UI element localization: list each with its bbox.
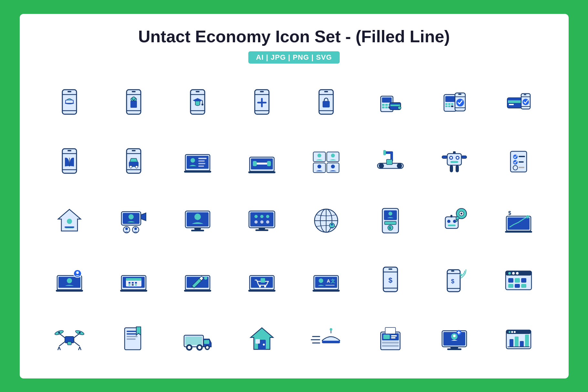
icon-dollar-growth: $ <box>488 195 549 247</box>
svg-rect-122 <box>519 167 524 168</box>
svg-rect-30 <box>324 91 328 92</box>
svg-rect-10 <box>130 101 137 108</box>
svg-rect-17 <box>196 91 200 92</box>
svg-point-288 <box>509 331 511 333</box>
svg-point-166 <box>456 216 459 220</box>
svg-rect-274 <box>382 342 399 344</box>
svg-line-234 <box>59 342 65 346</box>
svg-point-173 <box>526 215 529 218</box>
icon-monitor-group <box>232 195 293 247</box>
svg-rect-45 <box>445 103 448 105</box>
svg-line-244 <box>80 347 81 350</box>
svg-point-200 <box>264 286 266 287</box>
svg-point-169 <box>460 213 462 215</box>
svg-rect-190 <box>132 284 134 286</box>
svg-rect-261 <box>255 339 260 344</box>
svg-rect-89 <box>267 161 271 166</box>
icon-laptop-calendar <box>103 254 164 306</box>
svg-rect-251 <box>185 337 202 345</box>
svg-rect-139 <box>250 212 273 226</box>
svg-rect-177 <box>56 290 83 292</box>
svg-point-108 <box>450 157 452 159</box>
icon-robot <box>424 136 485 188</box>
svg-rect-191 <box>135 284 137 286</box>
svg-rect-171 <box>508 217 530 230</box>
svg-point-99 <box>379 163 384 168</box>
svg-rect-87 <box>255 163 268 165</box>
svg-rect-229 <box>515 284 520 288</box>
svg-rect-291 <box>510 339 513 347</box>
svg-rect-44 <box>445 96 455 102</box>
svg-rect-62 <box>524 94 526 95</box>
svg-rect-120 <box>519 161 524 163</box>
icon-laptop-ecommerce <box>232 254 293 306</box>
svg-rect-292 <box>515 337 519 347</box>
svg-point-179 <box>76 271 79 274</box>
svg-point-74 <box>129 166 132 168</box>
svg-point-63 <box>522 99 529 105</box>
svg-rect-201 <box>261 278 265 283</box>
svg-rect-217 <box>451 270 454 272</box>
icon-pos-terminal <box>360 76 421 129</box>
svg-rect-81 <box>198 160 205 162</box>
svg-rect-183 <box>120 290 147 292</box>
icon-mobile-dollar: $ <box>360 254 421 306</box>
svg-rect-41 <box>390 105 400 106</box>
icon-kiosk: $ <box>360 195 421 247</box>
svg-point-95 <box>317 165 321 168</box>
svg-rect-57 <box>508 100 523 103</box>
svg-point-238 <box>58 332 60 334</box>
svg-text:$: $ <box>389 226 391 230</box>
svg-rect-185 <box>126 278 141 281</box>
svg-point-199 <box>259 286 261 287</box>
svg-rect-114 <box>450 165 453 172</box>
svg-rect-172 <box>505 231 532 233</box>
svg-rect-5 <box>66 100 73 103</box>
svg-point-257 <box>206 346 209 349</box>
icon-factory-automation <box>360 136 421 188</box>
svg-line-235 <box>74 342 80 346</box>
svg-point-153 <box>331 224 333 226</box>
icon-analytics-chart <box>488 313 549 365</box>
icon-ai-robot <box>424 195 485 247</box>
icon-laptop-translation: A 文 <box>296 254 357 306</box>
svg-rect-116 <box>511 151 527 172</box>
svg-point-223 <box>512 272 515 275</box>
svg-point-195 <box>204 276 207 280</box>
svg-rect-37 <box>382 106 385 108</box>
svg-point-180 <box>67 278 72 283</box>
svg-point-121 <box>513 166 518 170</box>
svg-rect-240 <box>67 342 71 345</box>
svg-rect-188 <box>135 282 137 284</box>
icon-mobile-car <box>103 136 164 188</box>
svg-rect-24 <box>260 91 264 92</box>
svg-rect-72 <box>132 150 136 151</box>
icon-video-conference <box>296 136 357 188</box>
svg-rect-272 <box>391 335 397 337</box>
svg-rect-141 <box>255 229 268 231</box>
icon-video-meeting <box>103 195 164 247</box>
svg-text:A: A <box>327 278 330 284</box>
svg-rect-273 <box>391 337 396 338</box>
svg-rect-212 <box>388 268 392 270</box>
icons-grid: $ <box>39 76 549 366</box>
svg-point-282 <box>453 335 456 337</box>
svg-point-130 <box>125 227 128 230</box>
svg-point-109 <box>457 157 459 159</box>
svg-point-132 <box>134 227 137 230</box>
svg-rect-189 <box>129 284 130 286</box>
svg-rect-31 <box>323 101 330 107</box>
icon-mobile-popcorn <box>103 76 164 129</box>
svg-rect-34 <box>382 104 385 106</box>
svg-point-142 <box>254 215 258 218</box>
badge-formats: AI | JPG | PNG | SVG <box>248 51 340 64</box>
svg-point-289 <box>511 331 513 333</box>
svg-rect-230 <box>521 284 526 288</box>
svg-point-97 <box>331 165 335 168</box>
svg-text:$: $ <box>388 276 392 284</box>
svg-rect-46 <box>448 103 450 105</box>
svg-rect-50 <box>451 106 453 107</box>
svg-rect-86 <box>248 171 275 173</box>
svg-rect-80 <box>198 158 207 159</box>
svg-rect-198 <box>248 290 275 292</box>
